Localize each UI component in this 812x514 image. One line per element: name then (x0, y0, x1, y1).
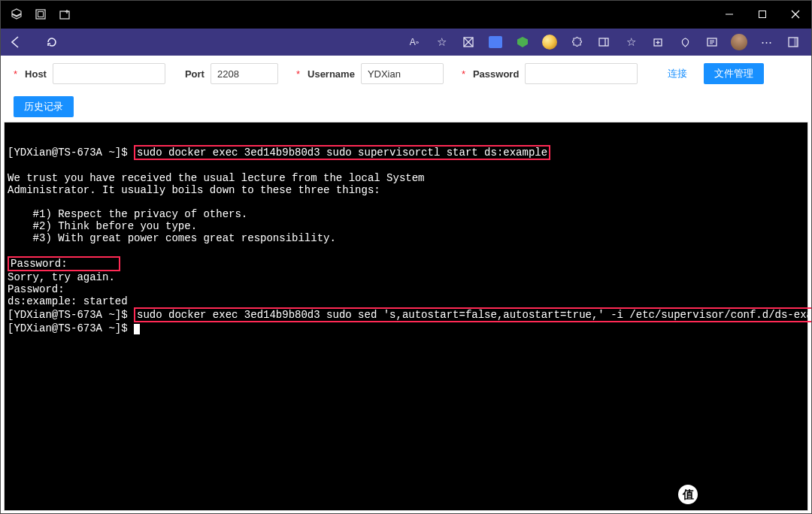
connect-button[interactable]: 连接 (657, 63, 698, 84)
prompt: [YDXian@TS-673A ~]$ (8, 309, 134, 321)
terminal-output: #3) With great power comes great respons… (8, 232, 804, 244)
svg-rect-6 (759, 11, 766, 18)
terminal-output: Administrator. It usually boils down to … (8, 184, 804, 196)
host-input[interactable] (53, 63, 165, 84)
watermark-badge: 值 (677, 483, 699, 506)
svg-rect-0 (36, 10, 45, 19)
reader-icon[interactable] (699, 31, 725, 53)
cursor-icon (134, 324, 140, 334)
file-manager-button[interactable]: 文件管理 (704, 63, 764, 84)
panel-icon[interactable] (591, 31, 617, 53)
extension-icon-2[interactable] (483, 31, 508, 53)
tab-view-icon[interactable] (29, 0, 53, 29)
refresh-button[interactable] (42, 32, 62, 52)
terminal-output: Password: (8, 283, 804, 295)
terminal-output: #1) Respect the privacy of others. (8, 208, 804, 220)
password-input[interactable] (525, 63, 638, 84)
terminal-output: #2) Think before you type. (8, 220, 804, 232)
command-highlight-1: sudo docker exec 3ed14b9b80d3 sudo super… (134, 145, 550, 160)
maximize-button[interactable] (746, 0, 779, 29)
svg-rect-1 (38, 12, 44, 17)
sidebar-toggle-icon[interactable] (780, 31, 806, 53)
connection-form: *Host Port *Username *Password 连接 文件管理 (0, 56, 812, 92)
password-prompt-highlight: Password: (8, 256, 120, 271)
svg-rect-22 (794, 38, 798, 47)
favorite-star-icon[interactable]: ☆ (429, 31, 454, 53)
prompt: [YDXian@TS-673A ~]$ (8, 322, 134, 334)
norton-icon[interactable] (537, 31, 562, 53)
extension-icon-1[interactable] (456, 31, 481, 53)
new-tab-icon[interactable] (53, 0, 77, 29)
username-label: Username (308, 68, 355, 80)
watermark-text: 什么值得买 (705, 482, 803, 506)
favorites-icon[interactable]: ☆ (618, 31, 644, 53)
command-highlight-2: sudo docker exec 3ed14b9b80d3 sudo sed '… (134, 307, 812, 322)
port-label: Port (185, 68, 205, 80)
browser-toolbar: A» ☆ ☆ ⋯ (0, 29, 812, 56)
close-button[interactable] (779, 0, 812, 29)
sub-toolbar: 历史记录 (0, 92, 812, 122)
read-aloud-icon[interactable]: A» (401, 31, 427, 53)
username-input[interactable] (361, 63, 444, 84)
terminal-output: ds:example: started (8, 295, 804, 307)
back-button[interactable] (6, 32, 26, 52)
history-button[interactable]: 历史记录 (14, 96, 74, 117)
address-bar[interactable] (63, 33, 326, 51)
performance-icon[interactable] (672, 31, 698, 53)
watermark: 值 什么值得买 (677, 482, 803, 506)
extensions-puzzle-icon[interactable] (564, 31, 589, 53)
svg-rect-12 (599, 38, 608, 46)
port-input[interactable] (211, 63, 278, 84)
window-titlebar (0, 0, 812, 29)
profile-avatar[interactable] (726, 31, 752, 53)
browser-logo-icon (5, 0, 29, 29)
minimize-button[interactable] (713, 0, 746, 29)
terminal-output: Sorry, try again. (8, 271, 804, 283)
prompt: [YDXian@TS-673A ~]$ (8, 147, 134, 159)
password-label: Password (473, 68, 519, 80)
shield-icon[interactable] (510, 31, 535, 53)
terminal-output: We trust you have received the usual lec… (8, 172, 804, 184)
svg-rect-2 (60, 11, 69, 19)
more-menu-icon[interactable]: ⋯ (753, 31, 779, 53)
host-label: Host (25, 68, 47, 80)
collections-icon[interactable] (645, 31, 671, 53)
terminal[interactable]: [YDXian@TS-673A ~]$ sudo docker exec 3ed… (4, 122, 808, 511)
